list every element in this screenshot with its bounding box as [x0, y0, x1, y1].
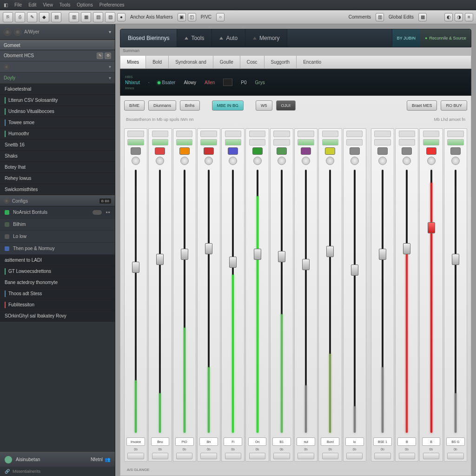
fader-cap[interactable]	[403, 243, 410, 254]
fader-cap[interactable]	[351, 264, 358, 276]
toolbar-button[interactable]: ⎙	[15, 12, 25, 22]
record-button[interactable]	[204, 147, 214, 155]
toolbar-button[interactable]: ▥	[376, 13, 384, 21]
pan-knob[interactable]	[278, 157, 286, 165]
pan-knob[interactable]	[403, 157, 411, 165]
tab-biosed[interactable]: Biosed Bierinnys	[120, 29, 177, 47]
fader-cap[interactable]	[379, 249, 386, 260]
fader-track[interactable]	[184, 170, 185, 433]
sidebar-subitem[interactable]: NoArsict Bontuls●●	[0, 206, 115, 218]
sidebar-item[interactable]: Ltterun CSV Solosantity	[0, 95, 115, 106]
fader-cap[interactable]	[452, 254, 459, 265]
pan-knob[interactable]	[326, 157, 334, 165]
insert-slot[interactable]	[127, 131, 144, 137]
record-button[interactable]	[402, 147, 412, 155]
record-button[interactable]	[325, 147, 335, 155]
sidebar-item[interactable]: Swickomisthites	[0, 184, 115, 195]
insert-slot[interactable]	[423, 139, 439, 145]
toolbar-button[interactable]: ▥	[69, 12, 79, 22]
insert-slot[interactable]	[200, 139, 217, 145]
sidebar-item[interactable]: Fakoetestnal	[0, 84, 115, 95]
insert-slot[interactable]	[176, 139, 192, 145]
pan-knob[interactable]	[302, 157, 310, 165]
channel-footer-button[interactable]	[346, 453, 363, 459]
channel-footer-button[interactable]	[423, 453, 439, 459]
fader-track[interactable]	[208, 170, 210, 433]
channel-label[interactable]: B	[422, 437, 441, 446]
channel-label[interactable]: Fi	[224, 437, 242, 446]
insert-slot[interactable]	[225, 131, 241, 137]
toolbar-button[interactable]: ◫	[188, 13, 196, 21]
toolbar-button[interactable]: ▧	[93, 12, 103, 22]
channel-footer-button[interactable]	[225, 453, 241, 459]
pan-knob[interactable]	[350, 157, 359, 165]
insert-slot[interactable]	[200, 131, 217, 137]
sidebar-item[interactable]: SOrkinGhyl sal Ibakatey Rovy	[0, 311, 115, 322]
fader-track[interactable]	[305, 170, 307, 433]
fader-track[interactable]	[354, 170, 356, 433]
channel-footer-button[interactable]	[127, 453, 144, 459]
record-button[interactable]	[426, 147, 436, 155]
record-button[interactable]	[252, 147, 263, 155]
sidebar-row[interactable]: Oboment HCS ✎⚙	[0, 50, 115, 61]
sidebar-item[interactable]: asttement to LADI	[0, 255, 115, 266]
sidebar-dropdown[interactable]: Doyly ▾	[0, 73, 115, 84]
pan-knob[interactable]	[427, 157, 436, 165]
sidebar-subitem[interactable]: Bilhim	[0, 218, 115, 231]
fader-cap[interactable]	[428, 222, 435, 233]
record-button[interactable]	[155, 147, 165, 155]
insert-slot[interactable]	[298, 131, 314, 137]
sidebar-row[interactable]: ▾	[0, 61, 115, 73]
fader-track[interactable]	[281, 170, 283, 433]
sidebar-item[interactable]: Bane actedroy thonomyte	[0, 277, 115, 288]
channel-label[interactable]: B	[397, 437, 416, 446]
insert-slot[interactable]	[399, 131, 415, 137]
mixer-button-active[interactable]: MBE IN BG	[212, 100, 244, 111]
insert-slot[interactable]	[152, 131, 168, 137]
fader-cap[interactable]	[302, 259, 310, 270]
sidebar-subitem[interactable]: Lo low	[0, 231, 115, 243]
channel-footer-button[interactable]	[298, 453, 314, 459]
channel-label[interactable]: Bord	[321, 437, 339, 446]
insert-slot[interactable]	[322, 131, 338, 137]
menu-item[interactable]: Edit	[28, 2, 36, 7]
sidebar-top-selector[interactable]: A/Wyer ▾	[0, 24, 115, 40]
fader-track[interactable]	[232, 170, 234, 433]
sidebar-item[interactable]: Towee smoe	[0, 117, 115, 128]
view-tab[interactable]: Mixes	[120, 56, 146, 68]
sidebar-section-header[interactable]: Configs B B8	[0, 195, 115, 206]
toolbar-button[interactable]: ◑	[455, 13, 463, 21]
insert-slot[interactable]	[249, 131, 265, 137]
insert-slot[interactable]	[374, 139, 390, 145]
gear-icon[interactable]: ⚙	[105, 53, 111, 59]
mixer-button[interactable]: Diunnans	[148, 100, 176, 111]
channel-footer-button[interactable]	[152, 453, 168, 459]
toolbar-button[interactable]: ▦	[418, 13, 427, 21]
sidebar-item[interactable]: Rehey lowus	[0, 173, 115, 184]
toolbar-label[interactable]: Comments	[346, 14, 374, 20]
channel-label[interactable]: BS G	[446, 437, 465, 446]
channel-label[interactable]: Bno	[151, 437, 170, 446]
mixer-button[interactable]: OJUI	[276, 100, 296, 111]
toolbar-button[interactable]: ✎	[27, 12, 37, 22]
fader-track[interactable]	[455, 170, 456, 433]
view-tab[interactable]: Syndronsk and	[169, 56, 213, 68]
pan-knob[interactable]	[205, 157, 213, 165]
fader-track[interactable]	[329, 170, 331, 433]
toolbar-button[interactable]: ⎘	[3, 12, 13, 22]
toolbar-button[interactable]: ▤	[51, 12, 61, 22]
insert-slot[interactable]	[399, 139, 415, 145]
fader-track[interactable]	[430, 170, 432, 433]
tab-auto[interactable]: Auto	[212, 29, 245, 47]
fader-track[interactable]	[135, 170, 137, 433]
edit-icon[interactable]: ✎	[97, 53, 103, 59]
insert-slot[interactable]	[298, 139, 314, 145]
insert-slot[interactable]	[176, 131, 192, 137]
toggle-switch[interactable]	[93, 210, 102, 215]
sidebar-item[interactable]: Shaks	[0, 151, 115, 162]
sidebar-subitem[interactable]: Then poe & Normuy	[0, 243, 115, 255]
insert-slot[interactable]	[423, 131, 439, 137]
mixer-button[interactable]: W5	[256, 100, 272, 111]
toolbar-label[interactable]: Global Edits	[386, 14, 416, 20]
toolbar-button[interactable]: ▨	[105, 12, 115, 22]
